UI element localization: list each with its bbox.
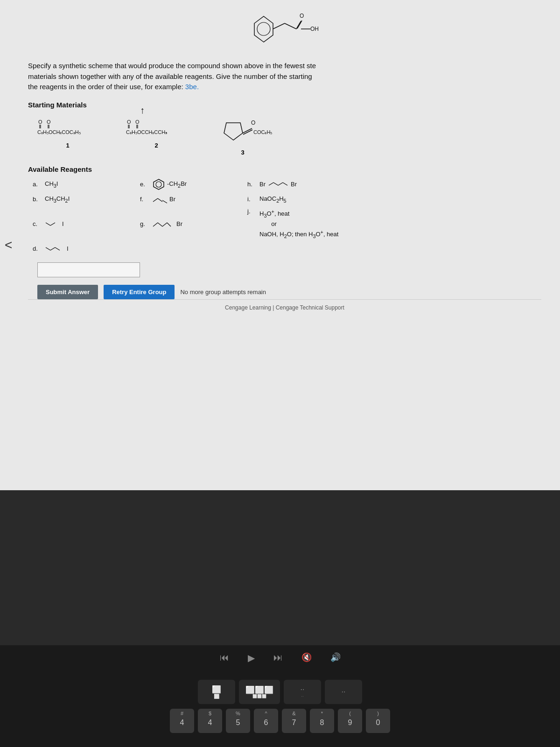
cengage-learning-link[interactable]: Cengage Learning — [225, 304, 271, 311]
key-hash-4[interactable]: # 4 — [170, 709, 194, 733]
key-dots1[interactable]: ·· ·· — [284, 680, 321, 704]
svg-point-29 — [156, 182, 161, 187]
sm1-number: 1 — [66, 142, 69, 149]
svg-line-3 — [285, 23, 296, 29]
svg-line-44 — [50, 247, 55, 250]
starting-material-1: O O C₂H₅OCH₂COC₂H₅ 1 — [37, 114, 98, 149]
svg-marker-23 — [224, 123, 243, 140]
reagent-d: d. I — [33, 244, 135, 253]
svg-marker-28 — [154, 179, 164, 190]
starting-material-3: O COC₂H₅ 3 — [215, 114, 271, 156]
answer-input[interactable] — [37, 262, 140, 277]
svg-text:O: O — [47, 119, 51, 125]
cursor-indicator: ↑ — [140, 105, 145, 116]
svg-line-43 — [46, 247, 50, 250]
page-footer: Cengage Learning | Cengage Technical Sup… — [28, 299, 541, 316]
svg-line-4 — [296, 21, 301, 29]
svg-line-5 — [297, 21, 302, 28]
svg-text:O: O — [251, 120, 255, 126]
sm2-number: 2 — [154, 142, 158, 149]
svg-text:C₂H₅OCH₂COC₂H₅: C₂H₅OCH₂COC₂H₅ — [37, 129, 81, 135]
volume-icon[interactable]: 🔊 — [330, 652, 341, 663]
svg-line-34 — [153, 198, 158, 202]
product-structure: O OH — [28, 5, 541, 56]
svg-line-35 — [158, 198, 162, 202]
product-svg: O OH — [238, 5, 331, 56]
content-area: < O OH Specify a synthetic scheme that w… — [0, 0, 560, 490]
svg-text:COC₂H₅: COC₂H₅ — [253, 129, 272, 135]
reagents-title: Available Reagents — [28, 165, 541, 173]
dibromide-chain-icon — [266, 180, 290, 189]
svg-line-36 — [162, 200, 167, 203]
g-reagent-icon — [152, 218, 175, 229]
key-lparen-9[interactable]: ( 9 — [338, 709, 362, 733]
fast-forward-icon[interactable]: ⏭ — [273, 652, 283, 663]
svg-line-40 — [158, 223, 162, 226]
allyl-iodide-icon — [45, 219, 61, 228]
svg-text:O: O — [38, 119, 42, 125]
svg-text:O: O — [135, 119, 140, 125]
benzene-ring-icon — [152, 178, 165, 191]
reagent-i: i. NaOC2H5 — [247, 195, 387, 204]
key-percent-5[interactable]: % 5 — [226, 709, 250, 733]
key-dots2[interactable]: ·· — [325, 680, 362, 704]
starting-materials-title: Starting Materials — [28, 101, 541, 109]
reagent-j: j. H3O+, heat or NaOH, H2O; then H3O+, h… — [247, 208, 387, 240]
reagent-f: f. Br — [140, 195, 243, 204]
svg-text:C₂H₅OCCH₂CCH₃: C₂H₅OCCH₂CCH₃ — [126, 129, 167, 135]
svg-line-42 — [167, 223, 171, 226]
svg-text:O: O — [127, 119, 131, 125]
key-misc2[interactable]: ⬜⬜⬜ ⬜⬜⬜ — [239, 680, 280, 704]
question-text: Specify a synthetic scheme that would pr… — [28, 61, 541, 92]
sm2-svg: O O C₂H₅OCCH₂CCH₃ — [126, 114, 187, 140]
technical-support-link[interactable]: Cengage Technical Support — [276, 304, 344, 311]
reagents-grid: a. CH3I e. -CH2Br h. Br — [33, 178, 541, 254]
no-attempts-text: No more group attempts remain — [180, 289, 266, 296]
reagent-b: b. CH3CH2I — [33, 195, 135, 204]
nav-left-arrow[interactable]: < — [5, 238, 12, 253]
reagent-a: a. CH3I — [33, 178, 135, 191]
keyboard-top-row: ⬜ ⬜ ⬜⬜⬜ ⬜⬜⬜ ·· ·· ·· — [14, 680, 546, 704]
sm3-number: 3 — [241, 149, 244, 156]
retry-entire-group-button[interactable]: Retry Entire Group — [104, 285, 175, 299]
key-misc1[interactable]: ⬜ ⬜ — [198, 680, 235, 704]
key-dollar-4[interactable]: $ 4 — [198, 709, 222, 733]
buttons-row: Submit Answer Retry Entire Group No more… — [37, 285, 541, 299]
svg-line-32 — [278, 183, 283, 185]
svg-text:O: O — [300, 13, 304, 19]
svg-line-41 — [162, 223, 167, 226]
svg-line-39 — [153, 223, 158, 226]
svg-text:OH: OH — [310, 26, 319, 32]
reagent-c: c. I — [33, 208, 135, 240]
keyboard-number-row: # 4 $ 4 % 5 ^ 6 & 7 * 8 — [14, 709, 546, 733]
reagent-g: g. Br — [140, 208, 243, 240]
answer-input-area — [37, 262, 541, 277]
svg-line-45 — [55, 247, 60, 250]
starting-materials-row: O O C₂H₅OCH₂COC₂H₅ 1 ↑ O O C₂H — [37, 114, 541, 156]
reagent-h: h. Br Br — [247, 178, 387, 191]
allyl-bromide-icon — [152, 195, 168, 204]
key-star-8[interactable]: * 8 — [310, 709, 334, 733]
sm1-svg: O O C₂H₅OCH₂COC₂H₅ — [37, 114, 98, 140]
rewind-icon[interactable]: ⏮ — [220, 652, 229, 663]
play-icon[interactable]: ▶ — [248, 652, 255, 663]
taskbar-icons: ⏮ ▶ ⏭ 🔇 🔊 — [0, 645, 560, 670]
sm3-svg: O COC₂H₅ — [215, 114, 271, 147]
svg-line-30 — [269, 183, 273, 185]
keyboard-section: ⬜ ⬜ ⬜⬜⬜ ⬜⬜⬜ ·· ·· ·· # 4 $ 4 — [0, 670, 560, 747]
submit-answer-button[interactable]: Submit Answer — [37, 285, 98, 299]
svg-point-1 — [257, 22, 270, 35]
reagent-e: e. -CH2Br — [140, 178, 243, 191]
svg-line-33 — [283, 183, 287, 185]
key-rparen-0[interactable]: ) 0 — [366, 709, 390, 733]
starting-material-2: ↑ O O C₂H₅OCCH₂CCH₃ 2 — [126, 114, 187, 149]
svg-line-38 — [50, 223, 55, 226]
key-caret-6[interactable]: ^ 6 — [254, 709, 278, 733]
svg-line-37 — [46, 223, 50, 226]
key-amp-7[interactable]: & 7 — [282, 709, 306, 733]
homoallyl-iodide-icon — [45, 244, 66, 253]
svg-line-31 — [273, 183, 278, 185]
mute-icon[interactable]: 🔇 — [301, 652, 312, 663]
taskbar-area: ⏮ ▶ ⏭ 🔇 🔊 ⬜ ⬜ ⬜⬜⬜ ⬜⬜⬜ ·· ·· ·· — [0, 490, 560, 747]
svg-line-2 — [273, 23, 285, 29]
